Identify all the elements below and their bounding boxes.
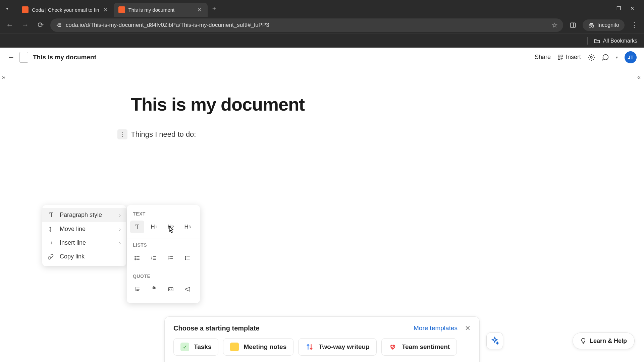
all-bookmarks-button[interactable]: All Bookmarks (603, 38, 637, 44)
text-line[interactable]: ⋮ Things I need to do: (131, 130, 644, 139)
browser-tab-bar: ▾ Coda | Check your email to fin ✕ This … (0, 0, 644, 17)
app-back-button[interactable]: ← (7, 53, 15, 62)
incognito-label: Incognito (597, 22, 619, 28)
document-body[interactable]: This is my document ⋮ Things I need to d… (0, 67, 644, 139)
incognito-indicator[interactable]: Incognito (583, 19, 625, 31)
chevron-right-icon: › (119, 227, 121, 232)
maximize-icon[interactable]: ❐ (616, 5, 621, 11)
menu-item-insert-line[interactable]: + Insert line › (42, 236, 126, 250)
line-context-menu: T Paragraph style › Move line › + Insert… (42, 205, 126, 266)
close-banner-icon[interactable]: ✕ (465, 324, 471, 332)
svg-point-6 (592, 25, 594, 27)
svg-point-16 (135, 258, 136, 258)
plus-icon: + (48, 240, 55, 246)
svg-point-14 (135, 256, 136, 257)
settings-gear-icon[interactable] (588, 54, 595, 61)
section-label-quote: QUOTE (127, 272, 200, 281)
doc-icon[interactable] (19, 52, 28, 63)
section-label-lists: LISTS (127, 240, 200, 250)
browser-chrome: ▾ Coda | Check your email to fin ✕ This … (0, 0, 644, 48)
share-button[interactable]: Share (535, 54, 551, 61)
style-callout-button[interactable] (180, 283, 195, 296)
user-avatar[interactable]: JT (625, 51, 637, 63)
minimize-icon[interactable]: — (602, 5, 607, 11)
coda-favicon-icon (118, 6, 125, 13)
app-header: ← This is my document Share Insert ▾ JT (0, 48, 644, 67)
chevron-down-icon[interactable]: ▾ (616, 55, 618, 60)
coda-favicon-icon (22, 6, 29, 13)
svg-text:3: 3 (151, 258, 153, 260)
style-h3-button[interactable]: H3 (180, 221, 195, 233)
svg-rect-8 (558, 55, 560, 57)
address-bar-row: ← → ⟳ coda.io/d/This-is-my-document_d84I… (0, 17, 644, 34)
menu-item-move-line[interactable]: Move line › (42, 222, 126, 236)
comments-icon[interactable] (602, 54, 609, 61)
url-text: coda.io/d/This-is-my-document_d84Iv0ZibP… (66, 22, 548, 28)
incognito-icon (588, 22, 595, 28)
bookmark-star-icon[interactable]: ☆ (552, 21, 558, 29)
style-code-block-button[interactable] (164, 283, 178, 296)
svg-point-5 (589, 25, 591, 27)
two-way-arrows-icon (305, 343, 314, 351)
close-icon[interactable]: ✕ (102, 6, 109, 14)
template-meeting-notes[interactable]: Meeting notes (223, 338, 293, 356)
template-tasks[interactable]: ✓ Tasks (173, 338, 218, 356)
heart-pulse-icon (388, 343, 397, 351)
chevron-right-icon: › (119, 240, 121, 246)
template-two-way-writeup[interactable]: Two-way writeup (298, 338, 377, 356)
back-button[interactable]: ← (4, 19, 15, 32)
url-input[interactable]: coda.io/d/This-is-my-document_d84Iv0ZibP… (50, 18, 563, 32)
close-icon[interactable]: ✕ (196, 6, 203, 14)
style-numbered-list-button[interactable]: 123 (147, 252, 161, 264)
browser-menu-icon[interactable]: ⋮ (629, 19, 640, 32)
text-style-icon: T (48, 211, 55, 219)
note-icon (230, 343, 239, 351)
menu-item-paragraph-style[interactable]: T Paragraph style › (42, 208, 126, 222)
mouse-cursor-icon (167, 225, 175, 235)
style-paragraph-button[interactable]: T (130, 221, 144, 233)
chevron-right-icon: › (119, 213, 121, 218)
line-drag-handle-icon[interactable]: ⋮ (117, 129, 127, 139)
browser-tab-1[interactable]: Coda | Check your email to fin ✕ (17, 3, 114, 17)
site-info-icon[interactable] (56, 22, 62, 28)
page-title[interactable]: This is my document (131, 94, 644, 115)
side-panel-icon[interactable] (567, 20, 579, 31)
style-blockquote-button[interactable] (130, 283, 144, 296)
svg-rect-2 (58, 26, 61, 26)
insert-button[interactable]: Insert (557, 54, 581, 61)
template-team-sentiment[interactable]: Team sentiment (381, 338, 457, 356)
svg-point-18 (135, 259, 136, 260)
grid-plus-icon (557, 54, 564, 60)
close-window-icon[interactable]: ✕ (630, 5, 635, 11)
browser-tab-2[interactable]: This is my document ✕ (114, 3, 208, 17)
style-bullet-list-button[interactable] (130, 252, 144, 264)
coda-app: ← This is my document Share Insert ▾ JT … (0, 48, 644, 362)
svg-rect-9 (561, 55, 562, 57)
template-banner: Choose a starting template More template… (164, 316, 480, 362)
reload-button[interactable]: ⟳ (35, 19, 46, 32)
svg-rect-10 (558, 58, 560, 59)
paragraph-style-submenu: TEXT T H1 H2 H3 LISTS 123 QUOTE (127, 205, 200, 303)
folder-icon (594, 38, 600, 44)
style-checklist-button[interactable] (164, 252, 178, 264)
move-arrows-icon (48, 226, 55, 232)
style-toggle-list-button[interactable] (180, 252, 195, 264)
tab-2-title: This is my document (128, 7, 193, 13)
learn-help-button[interactable]: Learn & Help (573, 333, 635, 349)
svg-rect-3 (571, 23, 576, 27)
more-templates-link[interactable]: More templates (414, 324, 458, 332)
svg-point-13 (590, 56, 592, 58)
new-tab-button[interactable]: + (208, 5, 221, 12)
menu-item-copy-link[interactable]: Copy link (42, 250, 126, 263)
forward-button: → (19, 19, 31, 32)
svg-point-0 (57, 25, 57, 25)
svg-rect-1 (58, 24, 61, 24)
style-h1-button[interactable]: H1 (147, 221, 161, 233)
doc-title-header[interactable]: This is my document (33, 54, 96, 61)
ai-assist-button[interactable] (486, 333, 503, 349)
window-controls: — ❐ ✕ (602, 5, 641, 11)
tab-search-dropdown-icon[interactable]: ▾ (3, 6, 11, 11)
tab-1-title: Coda | Check your email to fin (32, 7, 99, 13)
style-pullquote-button[interactable]: ❝ (147, 283, 161, 296)
lightbulb-icon (580, 337, 586, 345)
